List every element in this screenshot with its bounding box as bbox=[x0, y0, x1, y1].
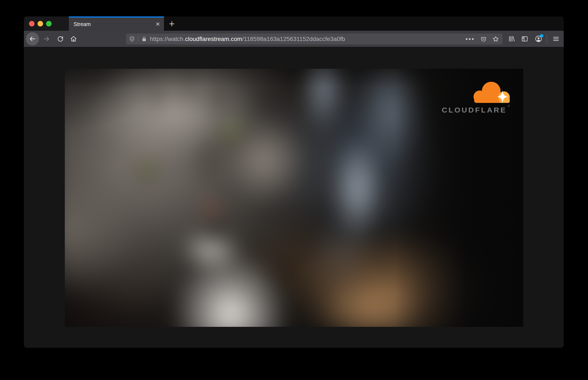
account-button[interactable] bbox=[533, 31, 545, 47]
tab-title: Stream bbox=[73, 21, 156, 27]
url-domain: cloudflarestream.com bbox=[185, 36, 242, 42]
bookmark-button[interactable] bbox=[492, 36, 499, 42]
cloudflare-logo: CLOUDFLARE ® bbox=[440, 80, 511, 116]
account-notification-dot bbox=[540, 34, 543, 37]
home-icon bbox=[70, 36, 77, 42]
page-content: CLOUDFLARE ® bbox=[24, 47, 564, 348]
sidebar-button[interactable] bbox=[519, 31, 531, 47]
browser-window: Stream ✕ + bbox=[24, 17, 564, 348]
cloudflare-wordmark: CLOUDFLARE bbox=[442, 106, 507, 114]
forward-icon bbox=[43, 35, 50, 42]
url-text: https://watch.cloudflarestream.com/11859… bbox=[150, 36, 345, 42]
tab-close-icon[interactable]: ✕ bbox=[156, 21, 160, 27]
lock-icon[interactable] bbox=[141, 36, 147, 42]
video-player[interactable]: CLOUDFLARE ® bbox=[65, 69, 523, 327]
window-controls bbox=[24, 17, 69, 31]
window-close-button[interactable] bbox=[29, 21, 35, 26]
page-actions-icon[interactable]: ••• bbox=[466, 36, 475, 42]
menu-button[interactable] bbox=[550, 31, 562, 47]
cloudflare-cloud-icon bbox=[473, 82, 510, 103]
pocket-icon bbox=[480, 36, 487, 42]
window-minimize-button[interactable] bbox=[37, 21, 43, 26]
sidebar-icon bbox=[521, 35, 528, 42]
url-path: /118598a163a125631152ddaccfe3a0fb bbox=[242, 36, 345, 42]
url-bar[interactable]: https://watch.cloudflarestream.com/11859… bbox=[126, 34, 502, 44]
hamburger-menu-icon bbox=[553, 35, 560, 42]
library-button[interactable] bbox=[506, 31, 518, 47]
url-scheme: https://watch. bbox=[150, 36, 185, 42]
toolbar-separator bbox=[547, 35, 547, 43]
tracking-protection-shield-icon[interactable] bbox=[129, 36, 135, 42]
back-button[interactable] bbox=[26, 31, 39, 47]
registered-mark: ® bbox=[508, 105, 510, 108]
navigation-toolbar: https://watch.cloudflarestream.com/11859… bbox=[24, 31, 564, 47]
bookmark-star-icon bbox=[492, 36, 499, 42]
plus-icon: + bbox=[169, 19, 175, 28]
window-zoom-button[interactable] bbox=[46, 21, 52, 26]
home-button[interactable] bbox=[67, 31, 80, 47]
back-button-highlight bbox=[26, 32, 39, 45]
pocket-button[interactable] bbox=[480, 36, 487, 42]
forward-button[interactable] bbox=[40, 31, 53, 47]
tab-stream[interactable]: Stream ✕ bbox=[69, 17, 164, 31]
tab-bar: Stream ✕ + bbox=[24, 17, 564, 31]
library-icon bbox=[508, 35, 515, 42]
reload-button[interactable] bbox=[53, 31, 67, 47]
screen: Stream ✕ + bbox=[0, 0, 588, 380]
back-icon bbox=[29, 35, 36, 42]
new-tab-button[interactable]: + bbox=[167, 19, 176, 28]
urlbar-divider bbox=[138, 36, 138, 42]
reload-icon bbox=[57, 36, 64, 42]
